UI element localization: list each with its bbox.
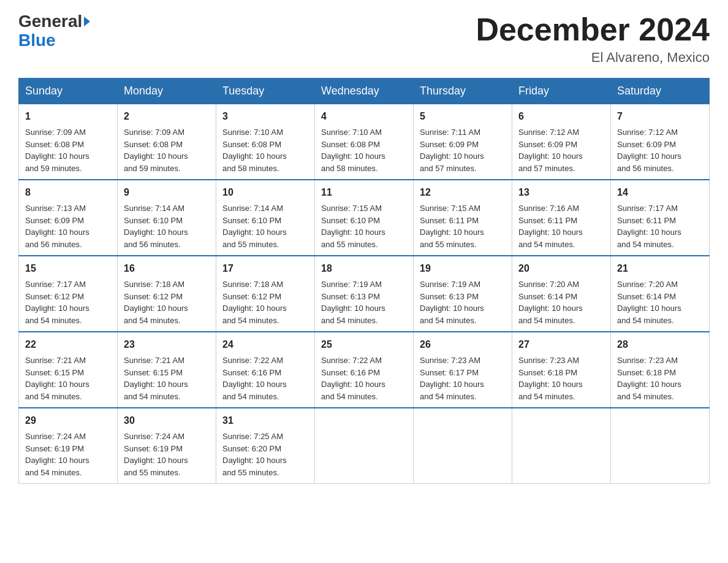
day-number: 12: [420, 185, 506, 200]
day-info: Sunrise: 7:19 AMSunset: 6:13 PMDaylight:…: [420, 280, 484, 325]
table-row: 19 Sunrise: 7:19 AMSunset: 6:13 PMDaylig…: [414, 256, 512, 332]
logo-arrow-icon: [84, 17, 90, 26]
table-row: 24 Sunrise: 7:22 AMSunset: 6:16 PMDaylig…: [216, 332, 315, 408]
table-row: 16 Sunrise: 7:18 AMSunset: 6:12 PMDaylig…: [118, 256, 216, 332]
col-friday: Friday: [512, 79, 611, 104]
day-number: 19: [420, 261, 506, 276]
day-number: 17: [222, 261, 308, 276]
col-saturday: Saturday: [611, 79, 710, 104]
day-number: 11: [321, 185, 407, 200]
table-row: 30 Sunrise: 7:24 AMSunset: 6:19 PMDaylig…: [118, 408, 216, 484]
table-row: 25 Sunrise: 7:22 AMSunset: 6:16 PMDaylig…: [315, 332, 414, 408]
day-number: 24: [222, 337, 308, 352]
table-row: 8 Sunrise: 7:13 AMSunset: 6:09 PMDayligh…: [19, 180, 118, 256]
table-row: 4 Sunrise: 7:10 AMSunset: 6:08 PMDayligh…: [315, 104, 414, 180]
table-row: [414, 408, 512, 484]
day-info: Sunrise: 7:25 AMSunset: 6:20 PMDaylight:…: [222, 432, 287, 477]
day-info: Sunrise: 7:23 AMSunset: 6:17 PMDaylight:…: [420, 356, 484, 401]
day-number: 16: [124, 261, 210, 276]
table-row: 27 Sunrise: 7:23 AMSunset: 6:18 PMDaylig…: [512, 332, 611, 408]
table-row: 11 Sunrise: 7:15 AMSunset: 6:10 PMDaylig…: [315, 180, 414, 256]
table-row: 12 Sunrise: 7:15 AMSunset: 6:11 PMDaylig…: [414, 180, 512, 256]
col-monday: Monday: [118, 79, 216, 104]
day-info: Sunrise: 7:24 AMSunset: 6:19 PMDaylight:…: [124, 432, 188, 477]
day-number: 25: [321, 337, 407, 352]
day-info: Sunrise: 7:22 AMSunset: 6:16 PMDaylight:…: [321, 356, 385, 401]
day-number: 4: [321, 109, 407, 124]
table-row: 14 Sunrise: 7:17 AMSunset: 6:11 PMDaylig…: [611, 180, 710, 256]
day-number: 9: [124, 185, 210, 200]
day-number: 23: [124, 337, 210, 352]
table-row: 6 Sunrise: 7:12 AMSunset: 6:09 PMDayligh…: [512, 104, 611, 180]
day-number: 3: [222, 109, 308, 124]
table-row: 29 Sunrise: 7:24 AMSunset: 6:19 PMDaylig…: [19, 408, 118, 484]
day-number: 20: [518, 261, 604, 276]
day-number: 5: [420, 109, 506, 124]
month-title: December 2024: [476, 12, 710, 47]
day-number: 13: [518, 185, 604, 200]
day-info: Sunrise: 7:09 AMSunset: 6:08 PMDaylight:…: [124, 128, 188, 173]
day-info: Sunrise: 7:14 AMSunset: 6:10 PMDaylight:…: [124, 204, 188, 249]
day-info: Sunrise: 7:15 AMSunset: 6:10 PMDaylight:…: [321, 204, 385, 249]
table-row: 22 Sunrise: 7:21 AMSunset: 6:15 PMDaylig…: [19, 332, 118, 408]
day-info: Sunrise: 7:20 AMSunset: 6:14 PMDaylight:…: [617, 280, 681, 325]
header-row: Sunday Monday Tuesday Wednesday Thursday…: [19, 79, 710, 104]
day-number: 28: [617, 337, 703, 352]
day-info: Sunrise: 7:16 AMSunset: 6:11 PMDaylight:…: [518, 204, 583, 249]
table-row: [611, 408, 710, 484]
logo-blue-text: Blue: [18, 31, 56, 50]
day-number: 14: [617, 185, 703, 200]
table-row: 18 Sunrise: 7:19 AMSunset: 6:13 PMDaylig…: [315, 256, 414, 332]
day-info: Sunrise: 7:22 AMSunset: 6:16 PMDaylight:…: [222, 356, 287, 401]
location: El Alvareno, Mexico: [476, 50, 710, 66]
day-info: Sunrise: 7:24 AMSunset: 6:19 PMDaylight:…: [25, 432, 89, 477]
table-row: 13 Sunrise: 7:16 AMSunset: 6:11 PMDaylig…: [512, 180, 611, 256]
table-row: [512, 408, 611, 484]
table-row: 28 Sunrise: 7:23 AMSunset: 6:18 PMDaylig…: [611, 332, 710, 408]
day-info: Sunrise: 7:21 AMSunset: 6:15 PMDaylight:…: [124, 356, 188, 401]
table-row: 1 Sunrise: 7:09 AMSunset: 6:08 PMDayligh…: [19, 104, 118, 180]
title-area: December 2024 El Alvareno, Mexico: [476, 12, 710, 66]
day-info: Sunrise: 7:12 AMSunset: 6:09 PMDaylight:…: [518, 128, 583, 173]
day-number: 6: [518, 109, 604, 124]
day-number: 27: [518, 337, 604, 352]
day-number: 21: [617, 261, 703, 276]
table-row: 7 Sunrise: 7:12 AMSunset: 6:09 PMDayligh…: [611, 104, 710, 180]
table-row: 5 Sunrise: 7:11 AMSunset: 6:09 PMDayligh…: [414, 104, 512, 180]
day-info: Sunrise: 7:15 AMSunset: 6:11 PMDaylight:…: [420, 204, 484, 249]
day-number: 30: [124, 413, 210, 428]
day-number: 18: [321, 261, 407, 276]
calendar-week-row: 1 Sunrise: 7:09 AMSunset: 6:08 PMDayligh…: [19, 104, 710, 180]
day-number: 31: [222, 413, 308, 428]
table-row: 21 Sunrise: 7:20 AMSunset: 6:14 PMDaylig…: [611, 256, 710, 332]
table-row: 17 Sunrise: 7:18 AMSunset: 6:12 PMDaylig…: [216, 256, 315, 332]
day-info: Sunrise: 7:12 AMSunset: 6:09 PMDaylight:…: [617, 128, 681, 173]
day-number: 2: [124, 109, 210, 124]
calendar-week-row: 15 Sunrise: 7:17 AMSunset: 6:12 PMDaylig…: [19, 256, 710, 332]
header: General Blue December 2024 El Alvareno, …: [18, 12, 710, 66]
table-row: [315, 408, 414, 484]
table-row: 15 Sunrise: 7:17 AMSunset: 6:12 PMDaylig…: [19, 256, 118, 332]
day-info: Sunrise: 7:11 AMSunset: 6:09 PMDaylight:…: [420, 128, 484, 173]
day-number: 10: [222, 185, 308, 200]
day-number: 29: [25, 413, 111, 428]
day-number: 7: [617, 109, 703, 124]
day-number: 1: [25, 109, 111, 124]
table-row: 31 Sunrise: 7:25 AMSunset: 6:20 PMDaylig…: [216, 408, 315, 484]
calendar-week-row: 8 Sunrise: 7:13 AMSunset: 6:09 PMDayligh…: [19, 180, 710, 256]
day-number: 8: [25, 185, 111, 200]
day-info: Sunrise: 7:17 AMSunset: 6:12 PMDaylight:…: [25, 280, 89, 325]
day-info: Sunrise: 7:10 AMSunset: 6:08 PMDaylight:…: [321, 128, 385, 173]
table-row: 9 Sunrise: 7:14 AMSunset: 6:10 PMDayligh…: [118, 180, 216, 256]
col-wednesday: Wednesday: [315, 79, 414, 104]
day-info: Sunrise: 7:14 AMSunset: 6:10 PMDaylight:…: [222, 204, 287, 249]
day-info: Sunrise: 7:20 AMSunset: 6:14 PMDaylight:…: [518, 280, 583, 325]
calendar-week-row: 29 Sunrise: 7:24 AMSunset: 6:19 PMDaylig…: [19, 408, 710, 484]
day-number: 26: [420, 337, 506, 352]
table-row: 2 Sunrise: 7:09 AMSunset: 6:08 PMDayligh…: [118, 104, 216, 180]
day-info: Sunrise: 7:23 AMSunset: 6:18 PMDaylight:…: [518, 356, 583, 401]
logo: General Blue: [18, 12, 90, 50]
day-info: Sunrise: 7:18 AMSunset: 6:12 PMDaylight:…: [124, 280, 188, 325]
table-row: 3 Sunrise: 7:10 AMSunset: 6:08 PMDayligh…: [216, 104, 315, 180]
day-info: Sunrise: 7:17 AMSunset: 6:11 PMDaylight:…: [617, 204, 681, 249]
